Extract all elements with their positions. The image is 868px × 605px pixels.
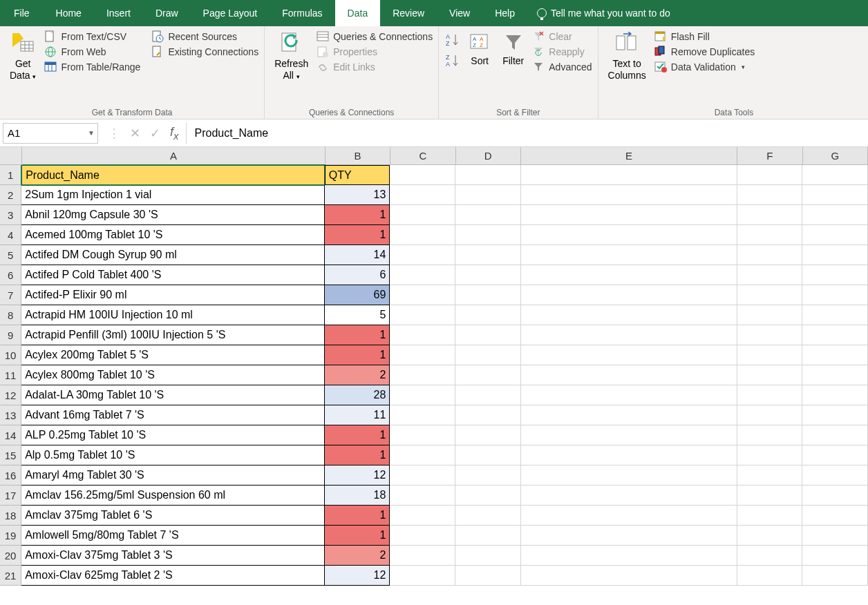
cell[interactable]	[802, 506, 868, 526]
row-header[interactable]: 13	[0, 405, 21, 425]
properties-button[interactable]: Properties	[317, 46, 433, 58]
tab-page-layout[interactable]: Page Layout	[191, 0, 270, 26]
cell[interactable]	[455, 405, 521, 425]
cell-product[interactable]: Amlowell 5mg/80mg Tablet 7 'S	[21, 526, 325, 546]
cell[interactable]	[390, 165, 455, 185]
cell[interactable]	[802, 486, 868, 506]
cell[interactable]	[521, 305, 737, 325]
cell[interactable]	[737, 506, 803, 526]
cell[interactable]	[802, 185, 868, 205]
sort-button[interactable]: AZAZ Sort	[465, 29, 494, 68]
from-text-csv-button[interactable]: From Text/CSV	[44, 30, 140, 43]
from-web-button[interactable]: From Web	[44, 46, 140, 58]
get-data-button[interactable]: Get Data ▾	[6, 29, 40, 83]
cell[interactable]	[521, 245, 737, 265]
col-header-g[interactable]: G	[803, 147, 868, 165]
row-header[interactable]: 5	[0, 245, 21, 265]
name-box[interactable]: A1 ▼	[3, 123, 98, 144]
cell[interactable]	[521, 185, 737, 205]
col-header-d[interactable]: D	[456, 147, 521, 165]
tab-help[interactable]: Help	[482, 0, 527, 26]
cell[interactable]	[455, 506, 521, 526]
cell-product[interactable]: Amoxi-Clav 375mg Tablet 3 'S	[21, 546, 325, 566]
cell[interactable]	[455, 225, 521, 245]
cell[interactable]	[455, 486, 521, 506]
cell[interactable]	[737, 325, 803, 345]
cell[interactable]	[737, 305, 803, 325]
row-header[interactable]: 4	[0, 225, 21, 245]
cell[interactable]	[737, 245, 803, 265]
cell[interactable]	[455, 546, 521, 566]
formula-input[interactable]	[186, 123, 868, 144]
row-header[interactable]: 17	[0, 486, 21, 506]
cell[interactable]	[737, 285, 803, 305]
tell-me-search[interactable]: Tell me what you want to do	[527, 0, 680, 26]
cell[interactable]	[802, 385, 868, 405]
cell[interactable]	[455, 345, 521, 365]
cell[interactable]	[737, 205, 803, 225]
refresh-all-button[interactable]: Refresh All ▾	[270, 29, 312, 83]
cell[interactable]	[521, 546, 737, 566]
cell[interactable]	[737, 225, 803, 245]
tab-file[interactable]: File	[0, 0, 44, 26]
from-table-range-button[interactable]: From Table/Range	[44, 61, 140, 73]
cell-qty[interactable]: 6	[325, 265, 390, 285]
remove-duplicates-button[interactable]: Remove Duplicates	[654, 46, 755, 58]
row-header[interactable]: 14	[0, 425, 21, 445]
tab-insert[interactable]: Insert	[94, 0, 143, 26]
row-header[interactable]: 9	[0, 325, 21, 345]
cell[interactable]	[521, 465, 737, 486]
row-header[interactable]: 7	[0, 285, 21, 305]
row-header[interactable]: 12	[0, 385, 21, 405]
cell-product[interactable]: Actifed-P Elixir 90 ml	[21, 285, 325, 305]
cell[interactable]	[455, 205, 521, 225]
cell[interactable]	[737, 385, 803, 405]
cell[interactable]	[390, 506, 455, 526]
cell[interactable]	[390, 425, 455, 445]
cell-product[interactable]: 2Sum 1gm Injection 1 vial	[21, 185, 325, 205]
cell[interactable]	[521, 205, 737, 225]
cell-qty[interactable]: 1	[325, 225, 390, 245]
col-header-f[interactable]: F	[737, 147, 802, 165]
clear-filter-button[interactable]: Clear	[532, 30, 592, 43]
row-header[interactable]: 6	[0, 265, 21, 285]
cell[interactable]	[521, 445, 737, 465]
cell[interactable]	[390, 445, 455, 465]
cell[interactable]	[390, 365, 455, 385]
row-header[interactable]: 11	[0, 365, 21, 385]
row-header[interactable]: 10	[0, 345, 21, 365]
row-header[interactable]: 2	[0, 185, 21, 205]
row-header[interactable]: 15	[0, 445, 21, 465]
cell-product[interactable]: Amaryl 4mg Tablet 30 'S	[21, 465, 325, 486]
cell-a1[interactable]: Product_Name	[21, 165, 325, 185]
cell[interactable]	[802, 265, 868, 285]
tab-view[interactable]: View	[437, 0, 482, 26]
cell[interactable]	[737, 405, 803, 425]
cell[interactable]	[521, 526, 737, 546]
cell[interactable]	[455, 526, 521, 546]
cell-qty[interactable]: 2	[325, 365, 390, 385]
cell[interactable]	[455, 365, 521, 385]
cell-qty[interactable]: 12	[325, 566, 390, 586]
cell[interactable]	[802, 325, 868, 345]
cell-qty[interactable]: 2	[325, 546, 390, 566]
cell-qty[interactable]: 1	[325, 325, 390, 345]
cell[interactable]	[390, 265, 455, 285]
cell[interactable]	[737, 185, 803, 205]
fx-icon[interactable]: fx	[170, 125, 179, 142]
sort-desc-icon[interactable]: ZA	[444, 52, 461, 69]
recent-sources-button[interactable]: Recent Sources	[151, 30, 258, 43]
cell[interactable]	[521, 486, 737, 506]
cell-qty[interactable]: 1	[325, 205, 390, 225]
cell[interactable]	[455, 265, 521, 285]
cell[interactable]	[521, 265, 737, 285]
cell-qty[interactable]: 1	[325, 425, 390, 445]
col-header-c[interactable]: C	[390, 147, 455, 165]
cell-product[interactable]: Abnil 120mg Capsule 30 'S	[21, 205, 325, 225]
text-to-columns-button[interactable]: Text to Columns	[604, 29, 650, 83]
cell[interactable]	[802, 245, 868, 265]
row-header[interactable]: 18	[0, 506, 21, 526]
cell[interactable]	[521, 285, 737, 305]
existing-connections-button[interactable]: Existing Connections	[151, 46, 258, 58]
cell-qty[interactable]: 5	[325, 305, 390, 325]
